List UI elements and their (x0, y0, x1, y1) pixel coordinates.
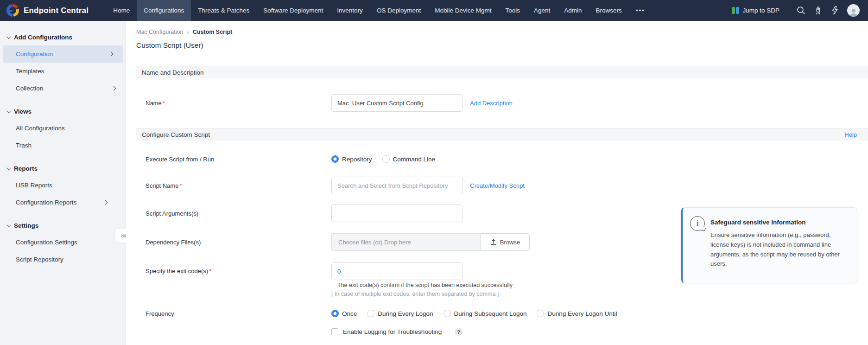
nav-tab-admin[interactable]: Admin (557, 0, 589, 21)
help-link[interactable]: Help (844, 131, 857, 138)
upload-icon (490, 239, 497, 245)
chevron-down-icon (6, 223, 11, 227)
enable-logging-label: Enable Logging for Troubleshooting (343, 328, 442, 335)
radio-unselected-icon (444, 310, 451, 317)
help-question-icon[interactable]: ? (455, 328, 463, 336)
add-description-link[interactable]: Add Description (470, 100, 513, 107)
execute-from-radio-group: Repository Command Line (331, 155, 435, 163)
user-avatar[interactable] (847, 4, 860, 17)
sidebar-item-trash[interactable]: Trash (0, 137, 126, 154)
chevron-right-icon (103, 200, 108, 205)
required-asterisk: * (209, 268, 211, 275)
radio-repository[interactable]: Repository (331, 155, 372, 163)
file-dropzone[interactable]: Choose files (or) Drop here (331, 233, 481, 251)
endpoint-central-logo-icon (6, 4, 19, 17)
script-name-row: Script Name* Create/Modify Script (136, 177, 868, 194)
radio-unselected-icon (367, 310, 374, 317)
sidebar-item-configuration-reports[interactable]: Configuration Reports (0, 194, 126, 211)
info-bubble-icon: i (690, 216, 705, 231)
script-arguments-input[interactable] (331, 204, 463, 222)
exit-code-label: Specify the exit code(s)* (146, 262, 331, 275)
enable-logging-checkbox[interactable] (331, 328, 338, 335)
nav-tabs: Home Configurations Threats & Patches So… (106, 0, 652, 21)
name-label: Name* (146, 100, 331, 107)
name-input[interactable] (331, 94, 463, 112)
sidebar-section-reports[interactable]: Reports (0, 160, 126, 177)
chevron-right-icon (112, 86, 116, 91)
radio-command-line[interactable]: Command Line (382, 155, 436, 163)
required-asterisk: * (163, 100, 165, 107)
exit-code-hint-secondary: [ In case of multiple exit codes, enter … (331, 291, 513, 300)
nav-tab-threats-patches[interactable]: Threats & Patches (191, 0, 256, 21)
brand-name: Endpoint Central (24, 6, 89, 15)
script-arguments-label: Script Arguments(s) (146, 210, 331, 217)
sidebar-item-templates[interactable]: Templates (0, 63, 126, 80)
sidebar-item-all-configurations[interactable]: All Configurations (0, 120, 126, 137)
required-asterisk: * (180, 182, 182, 189)
breadcrumb: Mac Configuration › Custom Script (136, 27, 868, 37)
script-name-input[interactable] (331, 177, 463, 194)
nav-tab-os-deployment[interactable]: OS Deployment (370, 0, 428, 21)
exit-code-input[interactable] (331, 262, 463, 280)
nav-tab-agent[interactable]: Agent (527, 0, 557, 21)
sidebar-section-views[interactable]: Views (0, 103, 126, 120)
chevron-down-icon (6, 109, 11, 113)
frequency-row: Frequency Once During Every Logon During… (136, 309, 868, 318)
nav-tab-inventory[interactable]: Inventory (330, 0, 370, 21)
chevron-down-icon (6, 34, 11, 39)
radio-unselected-icon (537, 310, 544, 317)
script-name-label: Script Name* (146, 182, 331, 189)
radio-selected-icon (331, 155, 339, 163)
name-row: Name* Add Description (136, 94, 868, 112)
logging-row: Enable Logging for Troubleshooting ? (136, 328, 868, 336)
brand[interactable]: Endpoint Central (0, 0, 106, 21)
sidebar-item-configuration[interactable]: Configuration (3, 45, 123, 63)
radio-during-every-logon[interactable]: During Every Logon (367, 310, 433, 317)
breadcrumb-mac-configuration[interactable]: Mac Configuration (136, 29, 183, 35)
chevron-right-icon (109, 52, 114, 57)
exit-code-hint: The exit code(s) confirm if the script h… (331, 282, 513, 291)
execute-from-label: Execute Script from / Run (146, 156, 331, 163)
create-modify-script-link[interactable]: Create/Modify Script (470, 182, 525, 189)
divider (788, 6, 788, 15)
jump-to-sdp-button[interactable]: Jump to SDP (732, 7, 779, 14)
search-icon[interactable] (797, 6, 805, 15)
nav-more-ellipsis-icon[interactable]: ••• (629, 0, 652, 21)
nav-tab-configurations[interactable]: Configurations (137, 0, 191, 21)
section-configure-custom-script: Configure Custom Script Help (136, 128, 868, 141)
sidebar-section-add-configurations[interactable]: Add Configurations (0, 29, 126, 45)
sdp-icon (732, 7, 739, 14)
nav-tab-tools[interactable]: Tools (498, 0, 527, 21)
nav-tab-software-deployment[interactable]: Software Deployment (256, 0, 330, 21)
dependency-files-label: Dependency Files(s) (146, 239, 331, 246)
browse-button[interactable]: Browse (481, 233, 530, 251)
breadcrumb-separator: › (187, 29, 189, 36)
frequency-radio-group: Once During Every Logon During Subsequen… (331, 310, 617, 317)
page-title: Custom Script (User) (136, 41, 868, 51)
sidebar-item-collection[interactable]: Collection (0, 80, 126, 97)
radio-unselected-icon (382, 155, 390, 163)
safeguard-info-box: i Safeguard sensitive information Ensure… (681, 207, 857, 283)
breadcrumb-custom-script: Custom Script (193, 29, 232, 35)
sidebar-section-settings[interactable]: Settings (0, 217, 126, 234)
radio-selected-icon (331, 310, 339, 317)
rocket-icon[interactable] (814, 6, 823, 15)
main-content: Mac Configuration › Custom Script Custom… (126, 21, 868, 345)
sidebar-item-usb-reports[interactable]: USB Reports (0, 177, 126, 194)
radio-during-subsequent-logon[interactable]: During Subsequent Logon (444, 310, 527, 317)
lightning-icon[interactable] (831, 6, 839, 15)
chevron-down-icon (6, 166, 11, 170)
nav-tab-home[interactable]: Home (106, 0, 137, 21)
nav-tab-browsers[interactable]: Browsers (589, 0, 629, 21)
radio-once[interactable]: Once (331, 310, 357, 317)
info-box-title: Safeguard sensitive information (710, 219, 848, 226)
execute-from-row: Execute Script from / Run Repository Com… (136, 154, 868, 164)
top-navbar: Endpoint Central Home Configurations Thr… (0, 0, 868, 21)
info-box-body: Ensure sensitive information (e.g., pass… (710, 230, 848, 269)
nav-tab-mobile-device-mgmt[interactable]: Mobile Device Mgmt (428, 0, 498, 21)
section-name-and-description: Name and Description (136, 66, 868, 78)
sidebar-item-configuration-settings[interactable]: Configuration Settings (0, 234, 126, 251)
frequency-label: Frequency (146, 310, 331, 317)
sidebar-item-script-repository[interactable]: Script Repository (0, 251, 126, 268)
radio-during-every-logon-until[interactable]: During Every Logon Until (537, 310, 617, 317)
